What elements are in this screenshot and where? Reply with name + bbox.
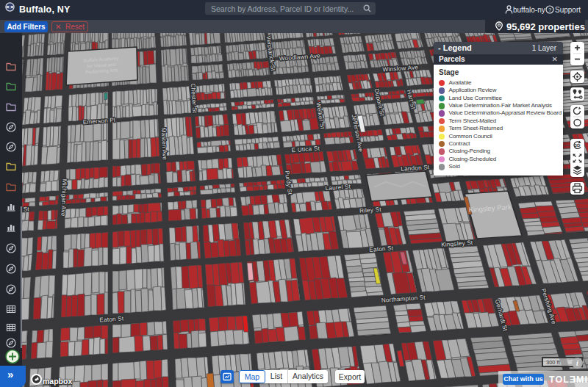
svg-text:Masten Ave: Masten Ave bbox=[160, 127, 168, 160]
svg-text:Northampton St: Northampton St bbox=[381, 294, 426, 303]
svg-text:?: ? bbox=[548, 7, 551, 13]
svg-text:Eaton St: Eaton St bbox=[99, 315, 124, 323]
svg-text:Michigan Ave: Michigan Ave bbox=[60, 178, 68, 216]
svg-text:St: St bbox=[23, 206, 29, 213]
svg-text:3D: 3D bbox=[575, 142, 581, 148]
svg-text:Emerson Pl: Emerson Pl bbox=[82, 117, 115, 126]
